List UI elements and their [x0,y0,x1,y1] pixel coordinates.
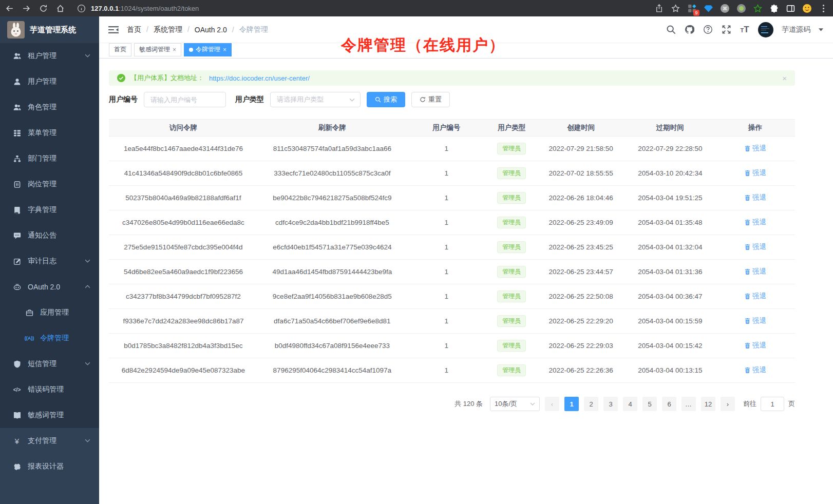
expire-time-cell: 2054-03-04 01:35:48 [625,210,715,235]
sidebar-item[interactable]: 岗位管理 [0,171,99,197]
alert-link[interactable]: https://doc.iocoder.cn/user-center/ [209,74,310,82]
access-token-cell: 54d6be82ee5a460a9aedc1f9bf223656 [109,260,258,284]
access-token-cell: 502375b8040a469a9b82188afdf6af1f [109,186,258,210]
user-type-cell: 管理员 [486,334,537,358]
book-icon [12,411,22,419]
address-bar[interactable]: 127.0.0.1:1024/system/oauth2/token [77,4,655,13]
sidebar-item[interactable]: ((A)) 令牌管理 [0,325,99,351]
app-logo[interactable]: 芋道管理系统 [0,16,99,43]
sidebar-item[interactable]: </> 错误码管理 [0,377,99,402]
robot-icon [12,283,22,291]
close-icon[interactable]: × [173,47,176,53]
close-icon[interactable]: × [782,74,787,82]
page-button[interactable]: 4 [623,397,637,411]
created-time-cell: 2022-06-25 22:50:08 [537,284,625,309]
info-icon[interactable] [77,4,86,13]
breadcrumb-item[interactable]: 系统管理 [154,25,195,34]
avatar[interactable] [758,22,773,37]
sidebar-item[interactable]: 部门管理 [0,146,99,171]
tab[interactable]: 令牌管理 × [184,43,232,56]
prev-page-button[interactable]: ‹ [545,397,559,411]
refresh-token-cell: 49d1aa46d1454fbd87591444423be9fa [258,260,407,284]
force-logout-button[interactable]: 强退 [744,292,766,301]
collapse-menu-icon[interactable] [108,26,119,34]
shield-icon [12,360,22,368]
action-cell: 强退 [715,235,795,260]
action-cell: 强退 [715,161,795,186]
reset-button[interactable]: 重置 [411,92,450,107]
user-id-input[interactable] [144,92,226,107]
trash-icon [744,342,751,349]
sidebar-item[interactable]: 角色管理 [0,94,99,120]
force-logout-button[interactable]: 强退 [744,144,766,153]
fullscreen-icon[interactable] [721,25,731,35]
force-logout-button[interactable]: 强退 [744,316,766,325]
page-button[interactable]: 6 [662,397,676,411]
url-text: 127.0.0.1:1024/system/oauth2/token [91,5,199,12]
username[interactable]: 芋道源码 [782,25,810,34]
tab[interactable]: 首页 [109,43,131,56]
sidebar-item[interactable]: 通知公告 [0,223,99,248]
page-button[interactable]: 2 [584,397,598,411]
success-alert: 【用户体系】文档地址： https://doc.iocoder.cn/user-… [109,70,795,86]
sidebar-item-label: 错误码管理 [28,385,91,394]
home-icon[interactable] [56,4,65,13]
refresh-icon [420,96,426,103]
caret-down-icon[interactable] [819,28,824,31]
force-logout-button[interactable]: 强退 [744,267,766,276]
briefcase-icon [25,308,34,317]
user-type-label: 用户类型 [235,95,264,104]
created-time-cell: 2022-06-25 22:29:03 [537,334,625,358]
sidebar-item[interactable]: 应用管理 [0,300,99,325]
trash-icon [744,170,751,177]
sidebar-item[interactable]: 审计日志 [0,248,99,274]
sidebar-item[interactable]: 租户管理 [0,43,99,69]
force-logout-button[interactable]: 强退 [744,193,766,202]
search-button[interactable]: 搜索 [367,92,405,107]
sidebar-item[interactable]: 用户管理 [0,69,99,94]
help-icon[interactable] [703,25,713,35]
sidebar-item[interactable]: 菜单管理 [0,120,99,146]
user-type-select[interactable]: 请选择用户类型 [270,92,361,107]
breadcrumb-item[interactable]: OAuth 2.0 [195,26,239,34]
page-button[interactable]: 3 [603,397,618,411]
breadcrumb-item[interactable]: 首页 [127,25,154,34]
page-button[interactable]: 1 [564,397,579,411]
forward-icon[interactable] [22,4,31,13]
sidebar-item[interactable]: OAuth 2.0 [0,274,99,300]
force-logout-button[interactable]: 强退 [744,168,766,178]
user-type-badge: 管理员 [497,217,526,228]
sidebar-item[interactable]: 敏感词管理 [0,402,99,428]
reload-icon[interactable] [39,4,48,13]
next-page-button[interactable]: › [721,397,735,411]
page-button[interactable]: 12 [701,397,715,411]
close-icon[interactable]: × [223,47,226,53]
force-logout-button[interactable]: 强退 [744,218,766,227]
page-button[interactable]: … [681,397,696,411]
refresh-token-cell: 8796295f04064c2983414cc54af1097a [258,358,407,383]
alert-text: 【用户体系】文档地址： [130,73,204,83]
menu-tree-icon [12,129,22,137]
page-button[interactable]: 5 [642,397,657,411]
column-header: 刷新令牌 [258,120,407,137]
force-logout-button[interactable]: 强退 [744,341,766,350]
back-icon[interactable] [5,4,14,13]
user-type-cell: 管理员 [486,210,537,235]
force-logout-button[interactable]: 强退 [744,242,766,251]
tab[interactable]: 敏感词管理 × [134,43,181,56]
font-size-icon[interactable]: TT [740,25,750,35]
user-type-cell: 管理员 [486,284,537,309]
sidebar-item[interactable]: ¥ 支付管理 [0,428,99,454]
sidebar-item[interactable]: 报表设计器 [0,454,99,479]
column-header: 用户编号 [407,120,486,137]
force-logout-button[interactable]: 强退 [744,365,766,375]
breadcrumb-item[interactable]: 令牌管理 [239,25,268,34]
refresh-token-cell: 333ecfc71e02480cb11055c875c3ca0f [258,161,407,186]
search-icon[interactable] [666,25,676,35]
extension-badge: 9 [693,10,699,16]
sidebar-item[interactable]: 字典管理 [0,197,99,223]
page-size-select[interactable]: 10条/页 [490,397,540,411]
sidebar-item[interactable]: 短信管理 [0,351,99,377]
github-icon[interactable] [684,25,694,35]
goto-page-input[interactable] [761,397,784,411]
